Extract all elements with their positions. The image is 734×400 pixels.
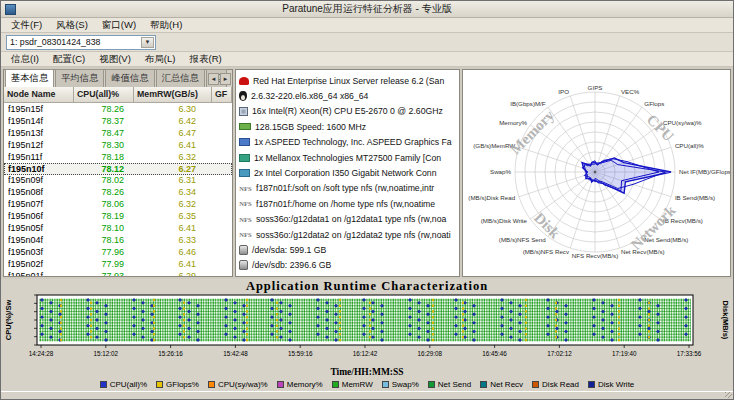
table-row[interactable]: f195n03f77.966.46 (4, 246, 232, 258)
legend-item-9[interactable]: Disk Write (588, 380, 634, 389)
table-row[interactable]: f195n10f78.126.27 (4, 163, 232, 175)
band-accent-marker (246, 327, 248, 329)
cell-cpu: 78.26 (74, 104, 134, 114)
band-accent-marker (339, 322, 341, 324)
list-item[interactable]: 16x Intel(R) Xeon(R) CPU E5-2670 0 @ 2.6… (239, 104, 459, 119)
legend-label: CPU(all)% (110, 380, 147, 389)
table-row[interactable]: f195n02f77.996.41 (4, 258, 232, 270)
table-row[interactable]: f195n11f78.186.32 (4, 151, 232, 163)
table-row[interactable]: f195n06f78.196.35 (4, 210, 232, 222)
band-accent-marker (246, 305, 248, 307)
legend-item-8[interactable]: Disk Read (532, 380, 579, 389)
menu-item-top-1[interactable]: 风格(S) (49, 18, 95, 33)
cell-memrw: 6.33 (134, 235, 212, 245)
band-accent-marker (525, 327, 527, 329)
ib-icon (239, 154, 250, 162)
radar-axis-label: VEC% (621, 88, 640, 95)
legend-swatch (428, 381, 435, 388)
legend-label: CPU(sy/wa)% (218, 380, 268, 389)
band-accent-marker (183, 302, 185, 304)
radar-center-dot (594, 171, 596, 173)
list-item[interactable]: 1x Mellanox Technologies MT27500 Family … (239, 150, 459, 165)
list-item[interactable]: 2x Intel Corporation I350 Gigabit Networ… (239, 165, 459, 180)
linux-icon (239, 91, 247, 101)
cell-cpu: 78.30 (74, 140, 134, 150)
list-item[interactable]: NFSsoss36o:/g12data1 on /g12data1 type n… (239, 212, 459, 227)
band-accent-marker (60, 316, 62, 318)
cell-node-name: f195n04f (4, 235, 74, 245)
column-header-2[interactable]: MemRW(GB/s) (134, 87, 212, 103)
info-item-text: 2.6.32-220.el6.x86_64 x86_64 (251, 91, 368, 101)
tab-2[interactable]: 峰值信息 (105, 69, 154, 87)
band-accent-marker (246, 299, 248, 301)
table-row[interactable]: f195n13f78.476.47 (4, 127, 232, 139)
cell-cpu: 77.96 (74, 247, 134, 257)
legend-item-3[interactable]: Memory% (277, 380, 323, 389)
tab-3[interactable]: 汇总信息 (156, 69, 205, 87)
info-item-text: 1x ASPEED Technology, Inc. ASPEED Graphi… (254, 137, 452, 147)
radar-axis-label: Memory% (499, 119, 527, 126)
table-row[interactable]: f195n09f78.026.31 (4, 175, 232, 187)
menu-item-top-2[interactable]: 窗口(W) (95, 18, 143, 33)
list-item[interactable]: NFSf187n01f:/home on /home type nfs (rw,… (239, 196, 459, 211)
band-accent-marker (90, 307, 92, 309)
band-accent-marker (369, 336, 371, 338)
tab-scroll-right-icon[interactable]: ► (220, 73, 231, 85)
list-item[interactable]: /dev/sda: 599.1 GB (239, 242, 459, 257)
column-header-3[interactable]: GF (212, 87, 232, 103)
band-accent-marker (525, 339, 527, 341)
menu-item-second-1[interactable]: 配置(C) (46, 52, 92, 67)
list-item[interactable]: Red Hat Enterprise Linux Server release … (239, 73, 459, 88)
table-row[interactable]: f195n12f78.306.41 (4, 139, 232, 151)
resize-grip[interactable] (725, 392, 732, 398)
titlebar[interactable]: Paratune应用运行特征分析器 - 专业版 (1, 1, 733, 18)
band-accent-marker (339, 339, 341, 341)
table-row[interactable]: f195n15f78.266.30 (4, 103, 232, 115)
menu-item-second-0[interactable]: 信息(I) (4, 52, 46, 67)
list-item[interactable]: 1x ASPEED Technology, Inc. ASPEED Graphi… (239, 135, 459, 150)
info-item-text: 2x Intel Corporation I350 Gigabit Networ… (254, 168, 437, 178)
band-accent-marker (153, 333, 155, 335)
cell-memrw: 6.30 (134, 104, 212, 114)
tab-1[interactable]: 平均信息 (55, 69, 104, 87)
list-item[interactable]: /dev/sdb: 2396.6 GB (239, 258, 459, 273)
legend-item-1[interactable]: GFlops% (156, 380, 199, 389)
table-row[interactable]: f195n05f78.106.41 (4, 222, 232, 234)
list-item[interactable]: 2.6.32-220.el6.x86_64 x86_64 (239, 88, 459, 103)
tab-scroll-left-icon[interactable]: ◄ (208, 73, 219, 85)
cell-memrw: 6.46 (134, 247, 212, 257)
x-tick-label: 15:12:02 (94, 350, 119, 357)
table-row[interactable]: f195n08f78.266.34 (4, 186, 232, 198)
session-combobox[interactable]: 1: psdr_08301424_838 ▼ (6, 35, 156, 50)
list-item[interactable]: 128.15GB Speed: 1600 MHz (239, 119, 459, 134)
column-header-1[interactable]: CPU(all)% (74, 87, 134, 103)
radar-chart-panel: GIPSVEC%GFlopsCPU(sy/wa)%CPU(all)%Net IF… (462, 69, 731, 277)
table-row[interactable]: f195n04f78.166.33 (4, 234, 232, 246)
band-accent-marker (648, 325, 650, 327)
legend-item-4[interactable]: MemRW (332, 380, 373, 389)
band-accent-marker (153, 305, 155, 307)
table-row[interactable]: f195n01f77.936.29 (4, 270, 232, 276)
radar-chart: GIPSVEC%GFlopsCPU(sy/wa)%CPU(all)%Net IF… (463, 70, 731, 277)
legend-item-5[interactable]: Swap% (382, 380, 419, 389)
tab-0[interactable]: 基本信息 (5, 69, 54, 87)
cell-memrw: 6.41 (134, 223, 212, 233)
menu-item-second-4[interactable]: 报表(R) (182, 52, 228, 67)
legend-item-0[interactable]: CPU(all)% (100, 380, 147, 389)
band-accent-marker (339, 305, 341, 307)
table-row[interactable]: f195n14f78.376.42 (4, 115, 232, 127)
legend-item-2[interactable]: CPU(sy/wa)% (208, 380, 268, 389)
menu-item-second-3[interactable]: 布局(L) (138, 52, 183, 67)
chevron-down-icon[interactable]: ▼ (141, 37, 154, 48)
list-item[interactable]: NFSf187n01f:/soft on /soft type nfs (rw,… (239, 181, 459, 196)
menu-item-top-0[interactable]: 文件(F) (4, 18, 49, 33)
menu-item-second-2[interactable]: 视图(V) (92, 52, 138, 67)
legend-label: GFlops% (166, 380, 199, 389)
band-accent-marker (462, 302, 464, 304)
menu-item-top-3[interactable]: 帮助(H) (143, 18, 189, 33)
legend-item-6[interactable]: Net Send (428, 380, 471, 389)
list-item[interactable]: NFSsoss36o:/g12data2 on /g12data2 type n… (239, 227, 459, 242)
column-header-0[interactable]: Node Name (4, 87, 74, 103)
legend-item-7[interactable]: Net Recv (480, 380, 523, 389)
table-row[interactable]: f195n07f78.066.32 (4, 198, 232, 210)
